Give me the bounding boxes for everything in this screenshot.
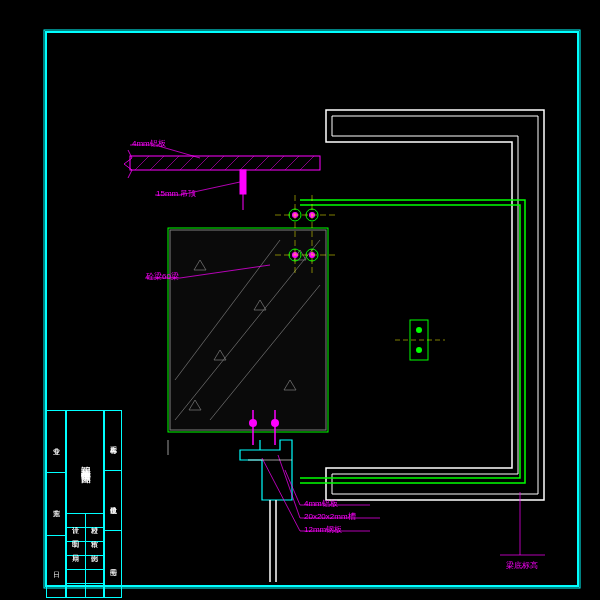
svg-line-16 — [255, 156, 269, 170]
svg-line-9 — [150, 156, 164, 170]
tb-r2b: 审核 — [86, 528, 104, 541]
svg-line-14 — [225, 156, 239, 170]
tb-blank4 — [86, 570, 104, 583]
tb-owner: 建设单位 — [105, 471, 121, 531]
svg-line-18 — [285, 156, 299, 170]
titleblock-left: 专业 东莞 日 — [46, 410, 66, 598]
svg-line-13 — [210, 156, 224, 170]
svg-line-8 — [135, 156, 149, 170]
svg-line-53 — [278, 455, 300, 518]
svg-line-17 — [270, 156, 284, 170]
svg-line-11 — [180, 156, 194, 170]
tb-blank2 — [86, 556, 104, 569]
tb-left-2: 东莞 — [47, 473, 65, 535]
svg-point-39 — [416, 347, 422, 353]
tb-r3a: 日期 — [67, 542, 86, 555]
titleblock-right: 工程名称 建设单位 图号 — [104, 410, 122, 598]
titleblock-center: 遮阳板连接节点详图 设计 校对 制图 审核 日期 比例 — [66, 410, 104, 598]
tb-left-1: 专业 — [47, 411, 65, 473]
tb-blank6 — [86, 584, 104, 597]
label-top-plate: 4mm铝板 — [132, 138, 166, 149]
tb-r1a: 设计 — [67, 514, 86, 527]
label-beam: 砼梁60梁 — [146, 271, 179, 282]
label-alum-plate: 4mm铝板 — [304, 498, 338, 509]
tb-left-3: 日 — [47, 536, 65, 597]
label-steel-plate: 12mm钢板 — [304, 524, 342, 535]
svg-line-55 — [262, 458, 300, 531]
tb-r2a: 制图 — [67, 528, 86, 541]
svg-line-15 — [240, 156, 254, 170]
svg-rect-43 — [240, 170, 246, 194]
svg-line-10 — [165, 156, 179, 170]
label-channel: 20x20x2mm槽 — [304, 511, 356, 522]
svg-point-38 — [416, 327, 422, 333]
label-ceiling: 15mm 吊顶 — [156, 188, 196, 199]
svg-line-19 — [300, 156, 314, 170]
svg-rect-7 — [130, 156, 320, 170]
label-elevation: 梁底标高 — [506, 560, 538, 571]
drawing-title: 遮阳板连接节点详图 — [66, 410, 104, 514]
svg-line-12 — [195, 156, 209, 170]
tb-dwgno: 图号 — [105, 531, 121, 597]
side-connector — [395, 320, 445, 360]
tb-r1b: 校对 — [86, 514, 104, 527]
tb-project: 工程名称 — [105, 411, 121, 471]
tb-blank5 — [67, 584, 86, 597]
tb-blank3 — [67, 570, 86, 583]
tb-blank1 — [67, 556, 86, 569]
tb-r3b: 比例 — [86, 542, 104, 555]
